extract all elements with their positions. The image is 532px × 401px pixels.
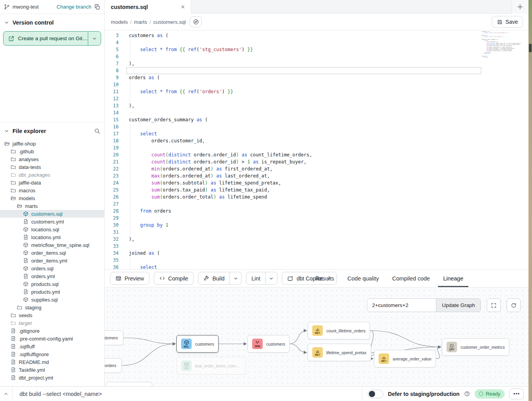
tree-item-order-items-yml[interactable]: order_items.yml: [0, 257, 104, 264]
compile-button[interactable]: Compile: [154, 272, 193, 284]
lineage-node-partial_node[interactable]: [106, 382, 152, 386]
tree-item-dbt-project-yml[interactable]: dbt_project.yml: [0, 374, 104, 381]
help-icon[interactable]: [464, 391, 470, 397]
code-line-6[interactable]: 6: [105, 53, 528, 60]
code-line-31[interactable]: 31: [105, 229, 528, 236]
tree-item-locations-sql[interactable]: locations.sql: [0, 225, 104, 233]
code-line-26[interactable]: 26 sum(orders.order_total) as lifetime_s…: [105, 193, 528, 200]
tree-item-order-items-sql[interactable]: order_items.sql: [0, 249, 104, 257]
lineage-node-test_order_items[interactable]: TSTtest_order_items_compute_to_bools…: [176, 357, 246, 374]
code-line-23[interactable]: 23 max(orders.ordered_at) as last_ordere…: [105, 172, 528, 179]
change-branch-link[interactable]: Change branch: [57, 4, 91, 10]
lineage-node-lifetime_spend_pretax[interactable]: METlifetime_spend_pretax: [308, 344, 371, 361]
lint-button[interactable]: Lint: [246, 272, 265, 284]
tree-item-orders-sql[interactable]: orders.sql: [0, 264, 104, 272]
code-line-17[interactable]: 17 select: [105, 130, 528, 137]
more-options-button[interactable]: •••: [509, 389, 524, 399]
code-line-4[interactable]: 4: [105, 39, 528, 46]
tree-item-marts[interactable]: marts: [0, 202, 104, 210]
lint-dropdown-button[interactable]: [265, 272, 277, 284]
tree-item-macros[interactable]: macros: [0, 186, 104, 194]
preview-button[interactable]: Preview: [110, 272, 149, 284]
tree-item-taskfile-yml[interactable]: Taskfile.yml: [0, 366, 104, 374]
lineage-node-average_order_value[interactable]: METaverage_order_value: [374, 350, 436, 367]
code-line-11[interactable]: 11 select * from {{ ref('orders') }}: [105, 88, 528, 95]
lineage-node-count_lifetime_orders[interactable]: METcount_lifetime_orders: [308, 322, 370, 339]
breadcrumb-segment[interactable]: marts: [134, 19, 147, 25]
copy-icon[interactable]: [94, 4, 100, 10]
close-icon[interactable]: [180, 4, 185, 9]
tree-item-orders-yml[interactable]: orders.yml: [0, 272, 104, 280]
new-tab-button[interactable]: [511, 0, 528, 14]
tree-item-jaffle-data[interactable]: jaffle-data: [0, 179, 104, 186]
tree-item-customers-sql[interactable]: customers.sql: [0, 210, 104, 218]
code-line-36[interactable]: 36 select: [105, 264, 528, 269]
build-button[interactable]: Build: [198, 272, 230, 284]
code-line-22[interactable]: 22 min(orders.ordered_at) as first_order…: [105, 165, 528, 172]
code-line-28[interactable]: 28 from orders: [105, 208, 528, 215]
tab-compiled-code[interactable]: Compiled code: [386, 270, 437, 287]
code-line-12[interactable]: 12: [105, 95, 528, 102]
minimap[interactable]: customers as ( select * from {{ ref('stg…: [482, 31, 525, 58]
defer-toggle[interactable]: [368, 390, 383, 398]
fullscreen-button[interactable]: [487, 298, 501, 312]
tree-item-customers-yml[interactable]: customers.yml: [0, 218, 104, 225]
code-line-10[interactable]: 10: [105, 81, 528, 88]
code-line-27[interactable]: 27: [105, 200, 528, 208]
code-line-29[interactable]: 29: [105, 215, 528, 222]
tree-item-dbt-packages[interactable]: dbt_packages: [0, 171, 104, 179]
create-pr-button[interactable]: Create a pull request on Git…: [4, 32, 88, 45]
window-scrollbar[interactable]: [528, 0, 532, 401]
code-line-18[interactable]: 18 orders.customer_id,: [105, 137, 528, 144]
update-graph-button[interactable]: Update Graph: [436, 299, 480, 312]
tree-item-seeds[interactable]: seeds: [0, 311, 104, 319]
lineage-node-customers_mdl[interactable]: MDLcustomers: [176, 335, 219, 353]
scrollbar-thumb[interactable]: [529, 44, 532, 52]
code-line-8[interactable]: 8: [105, 67, 528, 74]
tree-item-data-tests[interactable]: data-tests: [0, 163, 104, 171]
tree-item--sqlfluffignore[interactable]: .sqlfluffignore: [0, 350, 104, 358]
dbt-command-input[interactable]: dbt build --select <model_name>: [20, 391, 102, 397]
tree-item-readme-md[interactable]: README.md: [0, 358, 104, 366]
code-line-24[interactable]: 24 sum(orders.subtotal) as lifetime_spen…: [105, 179, 528, 186]
lineage-node-customers_sem[interactable]: SEMcustomers: [247, 335, 290, 353]
code-line-35[interactable]: 35: [105, 257, 528, 264]
code-line-7[interactable]: 7),: [105, 60, 528, 67]
search-icon[interactable]: [94, 128, 100, 134]
file-explorer-header[interactable]: File explorer: [0, 122, 104, 137]
version-control-header[interactable]: Version control: [0, 14, 104, 29]
save-button[interactable]: Save: [492, 16, 523, 28]
code-line-30[interactable]: 30 group by 1: [105, 222, 528, 229]
tree-item-target[interactable]: target: [0, 319, 104, 327]
code-line-33[interactable]: 33: [105, 243, 528, 250]
code-line-16[interactable]: 16: [105, 123, 528, 130]
code-line-14[interactable]: 14: [105, 109, 528, 116]
tree-item-analyses[interactable]: analyses: [0, 155, 104, 163]
tree-item--github[interactable]: .github: [0, 147, 104, 155]
build-dropdown-button[interactable]: [230, 272, 241, 284]
code-line-3[interactable]: 3customers as (: [105, 32, 528, 39]
code-line-13[interactable]: 13),: [105, 102, 528, 109]
model-selector-input[interactable]: [367, 299, 436, 312]
code-line-5[interactable]: 5 select * from {{ ref('stg_customers') …: [105, 46, 528, 53]
code-line-34[interactable]: 34joined as (: [105, 250, 528, 257]
create-pr-dropdown-button[interactable]: [88, 32, 101, 45]
tree-item-metricflow-time-spine-sql[interactable]: metricflow_time_spine.sql: [0, 241, 104, 249]
code-line-32[interactable]: 32),: [105, 236, 528, 243]
code-line-9[interactable]: 9orders as (: [105, 74, 528, 81]
tree-item-products-sql[interactable]: products.sql: [0, 280, 104, 288]
tab-customers-sql[interactable]: customers.sql: [105, 0, 191, 14]
breadcrumb-segment[interactable]: customers.sql: [153, 19, 186, 25]
tree-item-supplies-sql[interactable]: supplies.sql: [0, 296, 104, 303]
tree-item--pre-commit-config-yaml[interactable]: .pre-commit-config.yaml: [0, 335, 104, 342]
tree-item-models[interactable]: models: [0, 194, 104, 202]
tree-item-locations-yml[interactable]: locations.yml: [0, 233, 104, 241]
code-line-15[interactable]: 15customer_orders_summary as (: [105, 116, 528, 123]
collapse-panel-button[interactable]: [0, 387, 12, 401]
code-line-21[interactable]: 21 count(distinct orders.order_id) > 1 a…: [105, 158, 528, 165]
tree-item--gitignore[interactable]: .gitignore: [0, 327, 104, 335]
tree-item-staging[interactable]: staging: [0, 303, 104, 311]
tab-lineage[interactable]: Lineage: [436, 270, 470, 287]
lineage-node-orders[interactable]: orders: [105, 358, 122, 373]
explore-docs-button[interactable]: [190, 16, 202, 27]
